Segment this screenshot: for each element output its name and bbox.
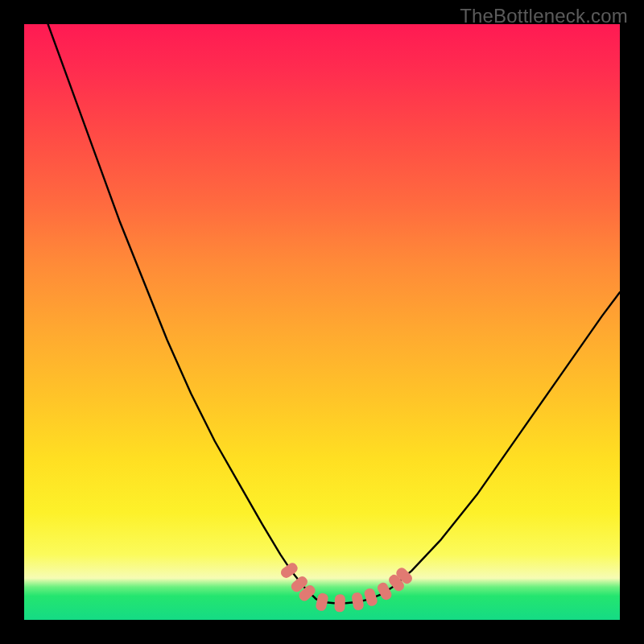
trough-marker — [363, 587, 378, 607]
trough-marker — [315, 592, 329, 612]
bottleneck-curve — [48, 24, 620, 603]
watermark-text: TheBottleneck.com — [460, 5, 628, 27]
plot-area — [24, 24, 620, 620]
trough-markers-group — [279, 561, 415, 613]
chart-overlay — [24, 24, 620, 620]
chart-frame: TheBottleneck.com — [0, 0, 644, 644]
trough-marker — [334, 594, 345, 613]
trough-marker — [351, 592, 365, 611]
trough-marker — [376, 581, 394, 602]
